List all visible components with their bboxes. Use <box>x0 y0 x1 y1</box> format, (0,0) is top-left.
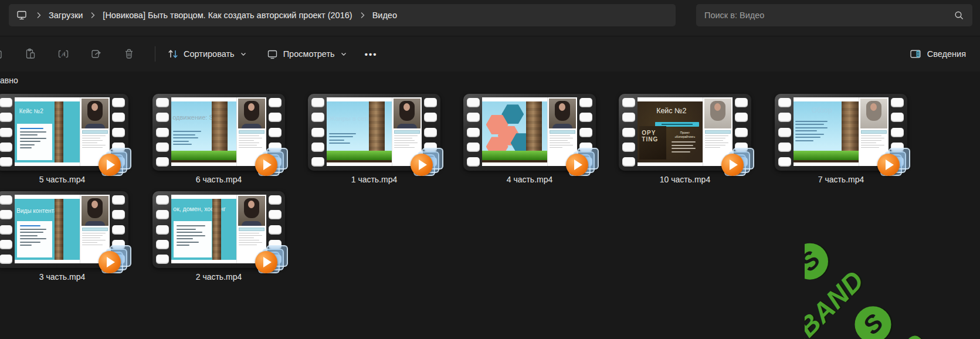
watermark-logo: S <box>847 299 899 339</box>
breadcrumb-video-folder[interactable]: Видео <box>370 11 399 20</box>
text-lines <box>17 221 52 258</box>
video-frame: ок, домен, хостинг <box>171 195 266 263</box>
header-bar: Загрузки [Новикова] Быть творцом. Как со… <box>0 0 980 36</box>
details-pane-button[interactable]: Сведения <box>903 42 972 66</box>
view-button-label: Просмотреть <box>283 49 335 59</box>
slide-area: одвижение: SEO <box>171 97 236 166</box>
filmstrip-holes <box>0 195 12 264</box>
media-player-play-icon <box>255 148 288 177</box>
text-lines <box>17 124 52 161</box>
share-button[interactable] <box>83 42 109 66</box>
video-file-item[interactable]: Обзор 7 часть.mp4 <box>775 94 907 171</box>
delete-icon <box>123 48 135 60</box>
filmstrip-holes <box>467 98 480 167</box>
file-explorer-window: { "breadcrumb": { "items": ["Загрузки", … <box>0 0 980 339</box>
video-file-item[interactable]: ок, домен, хостинг 2 часть.mp4 <box>152 191 285 268</box>
media-player-play-icon <box>411 148 443 177</box>
chevron-down-icon <box>240 52 246 56</box>
video-thumbnail[interactable]: Жанры в сети <box>308 94 440 171</box>
text-lines <box>795 118 831 143</box>
text-lines <box>329 131 359 146</box>
more-options-button[interactable]: ••• <box>358 42 384 66</box>
breadcrumb-chevron-icon <box>90 12 95 19</box>
filmstrip-holes <box>622 98 635 167</box>
paste-button[interactable] <box>18 42 43 66</box>
webcam-video <box>238 99 265 128</box>
webcam-video <box>238 196 265 226</box>
search-placeholder: Поиск в: Видео <box>704 11 954 20</box>
media-player-play-icon <box>721 148 754 177</box>
breadcrumb-downloads[interactable]: Загрузки <box>46 11 85 20</box>
video-file-item[interactable]: 4 часть.mp4 <box>463 94 596 171</box>
filmstrip-holes <box>0 98 12 167</box>
slide-area: Жанры в сети <box>327 97 392 166</box>
details-pane-icon <box>909 48 922 60</box>
filmstrip-holes <box>156 195 169 264</box>
slide-title: Жанры в сети <box>329 115 371 122</box>
video-thumbnail[interactable]: Кейс №2 OPYTING Проект «Копирайтинг» <box>619 94 751 171</box>
share-icon <box>90 48 103 60</box>
tree-trunk-graphic <box>526 101 542 157</box>
slide-area: Кейс №2 OPYTING Проект «Копирайтинг» <box>637 97 703 166</box>
filmstrip-holes <box>311 98 324 167</box>
address-bar[interactable]: Загрузки [Новикова] Быть творцом. Как со… <box>9 4 676 26</box>
video-thumbnail[interactable]: одвижение: SEO <box>152 94 285 171</box>
breadcrumb-chevron-icon <box>36 12 41 19</box>
filmstrip-holes <box>778 98 791 167</box>
video-thumbnail[interactable] <box>463 94 596 171</box>
video-file-item[interactable]: Виды контента 3 часть.mp4 <box>0 191 128 268</box>
slide-title: Кейс №2 <box>656 107 686 115</box>
video-file-item[interactable]: Кейс №2 5 часть.mp4 <box>0 94 128 171</box>
section-header: авно <box>0 76 18 85</box>
video-thumbnail[interactable]: Обзор <box>775 94 907 171</box>
watermark-text: SW.BAND <box>805 264 870 339</box>
grass-graphic <box>794 151 859 161</box>
slide-title: Кейс №2 <box>19 108 43 114</box>
video-file-item[interactable]: Жанры в сети 1 часть.mp4 <box>308 94 440 171</box>
breadcrumb-chevron-icon <box>360 12 365 19</box>
media-player-play-icon <box>877 148 910 177</box>
video-file-item[interactable]: Кейс №2 OPYTING Проект «Копирайтинг» 10 … <box>619 94 751 171</box>
details-pane-label: Сведения <box>927 49 966 59</box>
text-lines <box>173 129 204 147</box>
watermark-text: SW.BAND <box>818 327 933 339</box>
media-player-play-icon <box>255 245 288 274</box>
slide-area: Кейс №2 <box>15 97 80 166</box>
tree-trunk-graphic <box>369 101 385 157</box>
media-player-play-icon <box>566 148 599 177</box>
search-icon[interactable] <box>954 11 964 21</box>
chevron-down-icon <box>341 52 347 56</box>
video-frame <box>482 97 577 166</box>
sort-button[interactable]: Сортировать <box>161 42 252 66</box>
slide-area: ок, домен, хостинг <box>171 195 236 263</box>
view-icon <box>266 48 279 60</box>
video-thumbnail[interactable]: Виды контента <box>0 191 128 268</box>
tree-trunk-graphic <box>212 199 221 260</box>
breadcrumb-course-folder[interactable]: [Новикова] Быть творцом. Как создать авт… <box>100 11 354 20</box>
video-thumbnail[interactable]: Кейс №2 <box>0 94 128 171</box>
tree-trunk-graphic <box>212 101 228 157</box>
video-frame: Жанры в сети <box>327 97 422 166</box>
webcam-video <box>549 99 576 128</box>
this-pc-icon[interactable] <box>16 9 28 21</box>
text-lines <box>174 221 211 258</box>
copy-button[interactable] <box>0 42 11 66</box>
slide-area <box>482 97 547 166</box>
video-frame: Обзор <box>794 97 889 166</box>
tree-trunk-graphic <box>55 199 63 260</box>
webcam-video <box>704 99 731 128</box>
slide-caption: Проект «Копирайтинг» <box>670 131 700 139</box>
video-thumbnail[interactable]: ок, домен, хостинг <box>152 191 285 268</box>
video-file-item[interactable]: одвижение: SEO 6 часть.mp4 <box>152 94 285 171</box>
grass-graphic <box>171 151 236 161</box>
media-player-play-icon <box>99 245 131 274</box>
paste-icon <box>24 48 37 60</box>
delete-button[interactable] <box>116 42 142 66</box>
view-button[interactable]: Просмотреть <box>260 42 352 66</box>
video-frame: Кейс №2 <box>15 97 110 166</box>
slide-title: Виды контента <box>16 208 57 214</box>
search-input[interactable]: Поиск в: Видео <box>696 4 972 26</box>
toolbar-separator <box>155 46 155 62</box>
rename-button[interactable]: A <box>50 42 76 66</box>
copywriting-image: OPYTING <box>639 126 666 160</box>
